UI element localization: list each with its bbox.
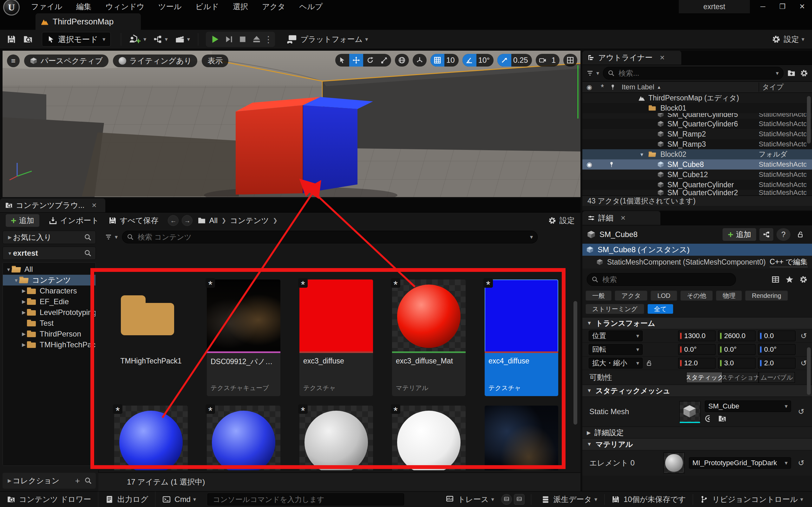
browse-to-asset-icon[interactable] [718,414,726,423]
outliner-row[interactable]: SM_QuarterCylinder6 StaticMeshActor [582,119,812,129]
rotation-z-field[interactable]: 0.0° [758,344,796,355]
component-row-staticmesh[interactable]: StaticMeshComponent (StaticMeshComponent… [582,256,812,268]
perspective-dropdown[interactable]: パースペクティブ [24,55,108,67]
outliner-row[interactable]: SM_QuarterCylinder5 StaticMeshActor [582,113,812,119]
chip-actor[interactable]: アクタ [615,291,647,301]
outliner-settings-gear-icon[interactable] [800,69,808,77]
use-selected-icon[interactable] [705,414,713,423]
asset-folder-tile[interactable]: TMHighTechPack1 [114,279,188,396]
snapshot-icon[interactable] [514,494,525,505]
asset-tile-blue-sphere-2[interactable]: * [207,406,281,470]
scale-snap-value[interactable]: 0.25 [511,56,532,65]
menu-edit[interactable]: 編集 [69,0,98,13]
mobility-stationary[interactable]: ステイショナ [722,372,759,383]
chip-misc[interactable]: その他 [680,291,713,301]
blueprint-button[interactable] [759,228,773,241]
add-folder-icon[interactable] [787,69,796,77]
close-icon[interactable]: ✕ [659,54,665,61]
outliner-row-sm-cube8-selected[interactable]: ◉ SM_Cube8 StaticMeshActor [582,159,812,170]
add-actor-button[interactable]: + ▾ [125,32,149,47]
asset-tile-hdr[interactable]: * DSC09912_パノラマ_hdr テクスチャキューブ [207,279,281,396]
play-options-button[interactable]: ⋮ [264,32,273,46]
asset-tile-blue-sphere-1[interactable]: * [114,406,188,470]
frame-skip-button[interactable] [222,32,236,46]
scale-tool-button[interactable] [377,54,391,66]
breadcrumb-folder[interactable]: コンテンツ [230,216,269,226]
add-collection-icon[interactable]: + [75,476,80,486]
console-input[interactable] [207,493,404,505]
world-local-toggle[interactable] [395,54,409,66]
viewport-menu-button[interactable]: ≡ [7,55,20,67]
asset-tile-white-sphere[interactable]: * [392,406,466,470]
grid-snap-value[interactable]: 10 [444,56,459,65]
close-button[interactable]: ✕ [792,0,812,13]
close-icon[interactable]: ✕ [92,202,97,209]
surface-snap-button[interactable] [413,54,426,66]
tab-thirdpersonmap[interactable]: ThirdPersonMap [36,13,141,30]
help-button[interactable]: ? [776,228,791,241]
reset-location-icon[interactable]: ↺ [798,331,809,340]
unsaved-button[interactable]: 10個が未保存です [605,492,693,507]
asset-tile-exc4-diffuse-selected[interactable]: * exc4_diffuse テクスチャ [485,279,558,396]
cb-settings-dropdown[interactable]: 設定 [548,216,575,226]
location-z-field[interactable]: 0.0 [758,331,796,341]
tree-item-levelprototyping[interactable]: ▶LevelPrototyping [3,307,96,318]
asset-tile-exc3-diffuse-mat[interactable]: * exc3_diffuse_Mat マテリアル [392,279,466,396]
chip-general[interactable]: 一般 [586,291,612,301]
pin-column-icon[interactable] [610,84,616,90]
chip-lod[interactable]: LOD [651,291,677,301]
filter-icon[interactable] [586,69,594,77]
search-icon[interactable] [84,477,92,485]
filter-icon[interactable] [105,233,112,241]
derived-data-dropdown[interactable]: 派生データ▾ [535,492,604,507]
content-drawer-button[interactable]: コンテンツ ドロワー [0,492,98,507]
insights-icon[interactable] [501,494,512,505]
rotation-snap-value[interactable]: 10° [476,56,494,65]
scale-lock-icon[interactable] [646,360,653,367]
grid-snap-toggle[interactable] [430,54,444,66]
tab-content-browser[interactable]: コンテンツブラウ... ✕ [0,199,105,212]
star-column-icon[interactable]: * [596,82,608,92]
section-transform[interactable]: ▼トランスフォーム [582,317,812,329]
favorites-section[interactable]: ▶お気に入り [3,231,96,244]
menu-select[interactable]: 選択 [226,0,255,13]
static-mesh-select[interactable]: SM_Cube▾ [705,400,791,412]
outliner-row-folder[interactable]: Block01 [582,103,812,113]
scale-dropdown[interactable]: 拡大・縮小▾ [589,358,643,369]
minimize-button[interactable]: ─ [753,0,773,13]
outliner-search[interactable]: ▾ [603,67,783,79]
search-icon[interactable] [84,249,92,257]
favorites-star-icon[interactable] [785,275,794,284]
details-scrollbar[interactable] [807,347,811,395]
camera-speed-value[interactable]: 1 [550,56,560,65]
breadcrumb-root[interactable]: All [209,216,217,225]
asset-tile-dark-scene[interactable] [485,406,558,470]
select-tool-button[interactable] [335,54,349,66]
outliner-row-block02[interactable]: ▼ Block02 フォルダ [582,149,812,159]
details-settings-gear-icon[interactable] [799,275,808,284]
menu-build[interactable]: ビルド [189,0,226,13]
back-button[interactable]: ← [168,215,179,226]
location-x-field[interactable]: 1300.0 [678,331,716,341]
outliner-scrollbar[interactable] [807,96,811,144]
show-dropdown[interactable]: 表示 [202,55,229,67]
location-y-field[interactable]: 2600.0 [718,331,756,341]
outliner-row-level[interactable]: ThirdPersonMap (エディタ) [582,93,812,103]
chip-physics[interactable]: 物理 [716,291,742,301]
scale-y-field[interactable]: 3.0 [718,358,756,369]
asset-grid-scrollbar[interactable] [573,301,577,425]
rotation-y-field[interactable]: 0.0° [718,344,756,355]
section-advanced[interactable]: ▶詳細設定 [582,427,812,438]
move-tool-button[interactable] [349,54,363,66]
tree-item-characters[interactable]: ▶Characters [3,285,96,296]
chip-all[interactable]: 全て [647,304,673,314]
content-search[interactable]: ▾ [122,231,538,243]
import-button[interactable]: インポート [49,216,99,226]
pin-icon[interactable] [608,161,615,168]
lock-button[interactable] [794,228,808,241]
add-asset-button[interactable]: + 追加 [6,214,39,227]
material-select[interactable]: MI_PrototypeGrid_TopDark▾ [689,457,791,469]
outliner-row[interactable]: SM_Ramp3 StaticMeshActor [582,139,812,149]
search-icon[interactable] [84,233,92,241]
menu-window[interactable]: ウィンドウ [98,0,151,13]
